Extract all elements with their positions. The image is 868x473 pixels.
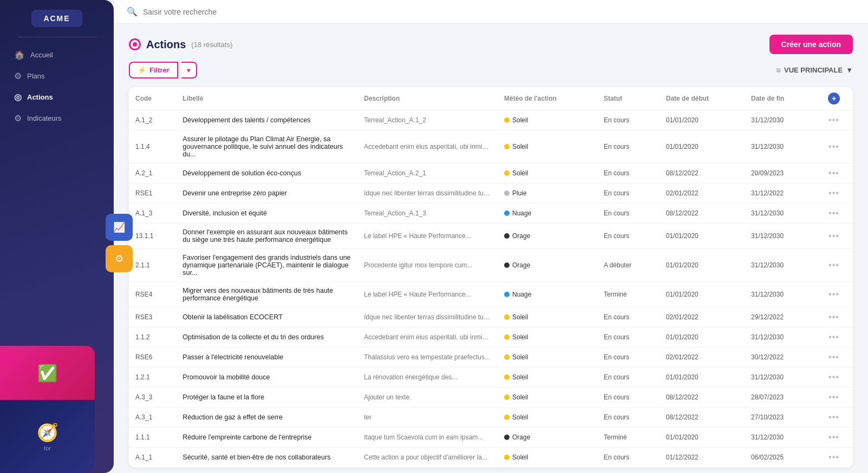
- checklist-panel[interactable]: ✅: [0, 346, 95, 400]
- cell-statut: En cours: [597, 307, 660, 327]
- table-row: 2.1.1 Favoriser l'engagement des grands …: [129, 249, 853, 282]
- gear-float-btn[interactable]: ⚙: [106, 245, 133, 272]
- meteo-label: Orage: [512, 232, 530, 240]
- indicateurs-icon: ⚙: [14, 113, 22, 123]
- row-more-button[interactable]: •••: [828, 142, 839, 151]
- cell-code: 1.1.2: [129, 327, 176, 347]
- cell-libelle: Migrer vers des nouveaux bâtiments de tr…: [176, 282, 357, 307]
- cell-actions: •••: [815, 347, 853, 367]
- sidebar-item-label-actions: Actions: [27, 93, 53, 101]
- cell-statut: En cours: [597, 224, 660, 249]
- row-more-button[interactable]: •••: [828, 352, 839, 362]
- meteo-dot: [504, 354, 510, 360]
- cell-libelle: Passer à l'électricité renouvelable: [176, 347, 357, 367]
- cell-meteo: Soleil: [498, 130, 597, 163]
- home-icon: 🏠: [14, 50, 25, 60]
- cell-code: RSE6: [129, 347, 176, 367]
- actions-table-wrapper: Code Libellé Description Météo de l'acti…: [129, 87, 853, 468]
- cell-date-debut: 08/12/2022: [660, 408, 745, 428]
- cell-desc: La rénovation énergétique des...: [357, 367, 498, 387]
- cell-code: 1.1.4: [129, 130, 176, 163]
- sidebar-item-label-indicateurs: Indicateurs: [27, 114, 62, 122]
- table-row: RSE3 Obtenir la labélisation ECOCERT Idq…: [129, 307, 853, 327]
- row-more-button[interactable]: •••: [828, 452, 839, 462]
- row-more-button[interactable]: •••: [828, 392, 839, 402]
- cell-code: 2.1.1: [129, 249, 176, 282]
- filter-caret-button[interactable]: ▼: [181, 62, 197, 78]
- actions-icon: ◎: [14, 92, 22, 102]
- filter-row: ⚡ Filtrer ▼ ≡ VUE PRINCIPALE ▼: [129, 62, 853, 78]
- meteo-dot: [504, 262, 510, 268]
- sidebar-item-actions[interactable]: ◎ Actions: [6, 87, 107, 107]
- cell-date-debut: 02/01/2022: [660, 307, 745, 327]
- cell-actions: •••: [815, 110, 853, 130]
- cell-date-fin: 27/10/2023: [745, 408, 815, 428]
- search-input[interactable]: [143, 8, 855, 16]
- compass-panel[interactable]: 🧭 tor: [0, 400, 95, 473]
- row-more-button[interactable]: •••: [828, 372, 839, 382]
- row-more-button[interactable]: •••: [828, 290, 839, 299]
- cell-actions: •••: [815, 408, 853, 428]
- meteo-label: Soleil: [512, 143, 528, 150]
- row-more-button[interactable]: •••: [828, 332, 839, 341]
- cell-desc: Thalassius vero ea tempestate praefectus…: [357, 347, 498, 367]
- cell-libelle: Assurer le pilotage du Plan Climat Air E…: [176, 130, 357, 163]
- sidebar-item-plans[interactable]: ⚙ Plans: [6, 66, 107, 86]
- cell-libelle: Devenir une entreprise zéro papier: [176, 183, 357, 203]
- meteo-dot: [504, 190, 510, 196]
- row-more-button[interactable]: •••: [828, 312, 839, 321]
- cell-statut: Terminé: [597, 282, 660, 307]
- cell-date-debut: 08/12/2022: [660, 163, 745, 183]
- cell-date-debut: 01/12/2022: [660, 448, 745, 468]
- cell-code: 1.1.1: [129, 428, 176, 448]
- view-label: VUE PRINCIPALE: [784, 66, 843, 74]
- sidebar-divider: [17, 37, 97, 37]
- content-area: Actions (18 résultats) Créer une action …: [114, 24, 868, 473]
- chart-float-btn[interactable]: 📈: [106, 214, 133, 241]
- row-more-button[interactable]: •••: [828, 115, 839, 124]
- cell-date-fin: 31/12/2030: [745, 110, 815, 130]
- cell-date-debut: 01/01/2020: [660, 282, 745, 307]
- cell-date-fin: 31/12/2030: [745, 282, 815, 307]
- row-more-button[interactable]: •••: [828, 231, 839, 240]
- row-more-button[interactable]: •••: [828, 168, 839, 178]
- app-logo: ACME: [31, 10, 82, 27]
- row-more-button[interactable]: •••: [828, 188, 839, 198]
- table-row: 1.2.1 Promouvoir la mobilité douce La ré…: [129, 367, 853, 387]
- filter-button[interactable]: ⚡ Filtrer: [129, 62, 178, 78]
- cell-actions: •••: [815, 163, 853, 183]
- cell-code: A.1_3: [129, 203, 176, 224]
- actions-table: Code Libellé Description Météo de l'acti…: [129, 87, 853, 468]
- sidebar-item-accueil[interactable]: 🏠 Accueil: [6, 45, 107, 65]
- cell-date-fin: 31/12/2030: [745, 367, 815, 387]
- cell-statut: En cours: [597, 203, 660, 224]
- row-more-button[interactable]: •••: [828, 412, 839, 422]
- topbar: 🔍: [114, 0, 868, 24]
- table-row: A.3_1 Réduction de gaz à effet de serre …: [129, 408, 853, 428]
- cell-date-fin: 31/12/2022: [745, 183, 815, 203]
- sidebar-item-indicateurs[interactable]: ⚙ Indicateurs: [6, 108, 107, 128]
- col-libelle: Libellé: [176, 87, 357, 110]
- cell-code: RSE1: [129, 183, 176, 203]
- cell-desc: Le label HPE « Haute Performance...: [357, 224, 498, 249]
- cell-actions: •••: [815, 327, 853, 347]
- create-action-button[interactable]: Créer une action: [769, 35, 853, 54]
- col-statut: Statut: [597, 87, 660, 110]
- cell-code: A.3_1: [129, 408, 176, 428]
- row-more-button[interactable]: •••: [828, 260, 839, 270]
- cell-desc: Cette action a pour objectif d'améliorer…: [357, 448, 498, 468]
- meteo-label: Nuage: [512, 291, 531, 298]
- cell-actions: •••: [815, 249, 853, 282]
- table-row: A.2_1 Développement de solution éco-conç…: [129, 163, 853, 183]
- main-area: 🔍 Actions (18 résultats) Créer une actio…: [114, 0, 868, 473]
- cell-date-fin: 31/12/2030: [745, 327, 815, 347]
- add-column-button[interactable]: +: [828, 93, 840, 104]
- cell-code: RSE3: [129, 307, 176, 327]
- row-more-button[interactable]: •••: [828, 208, 839, 218]
- row-more-button[interactable]: •••: [828, 432, 839, 442]
- cell-desc: Procedente igitur mox tempore cum...: [357, 249, 498, 282]
- meteo-dot: [504, 435, 510, 440]
- cell-statut: En cours: [597, 387, 660, 408]
- cell-meteo: Pluie: [498, 183, 597, 203]
- view-toggle[interactable]: ≡ VUE PRINCIPALE ▼: [776, 65, 853, 75]
